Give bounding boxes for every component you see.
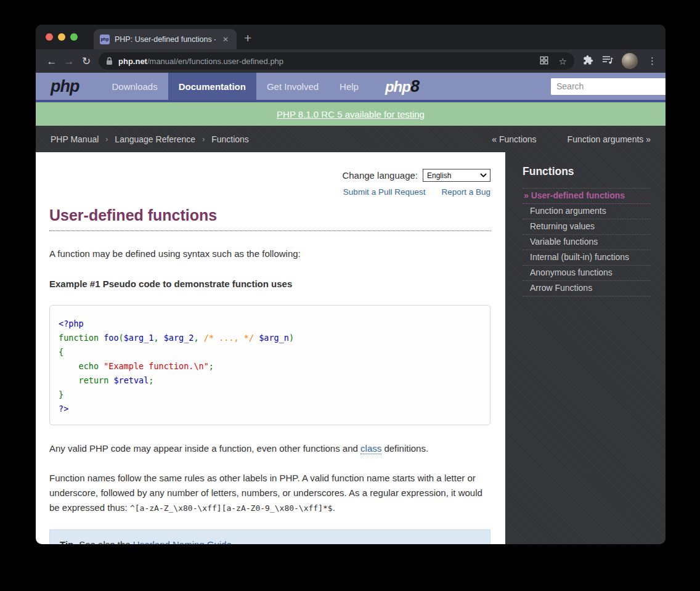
tab-close-icon[interactable]: ✕ bbox=[221, 34, 230, 45]
sidebar-link-variable-functions[interactable]: Variable functions bbox=[530, 237, 598, 247]
sidebar-link-function-arguments[interactable]: Function arguments bbox=[530, 206, 606, 216]
nav-item-help[interactable]: Help bbox=[329, 73, 369, 100]
language-select[interactable]: English bbox=[423, 169, 490, 182]
tip-text: See also the Userland Naming Guide. bbox=[79, 538, 234, 544]
extensions-puzzle-icon[interactable] bbox=[583, 55, 593, 68]
url-path: /manual/en/functions.user-defined.php bbox=[147, 57, 283, 66]
address-bar[interactable]: php.net/manual/en/functions.user-defined… bbox=[99, 52, 574, 70]
code-line: function foo($arg_1, $arg_2, /* ..., */ … bbox=[59, 331, 481, 345]
media-playlist-icon[interactable] bbox=[602, 55, 613, 67]
sidebar-item: » User-defined functions bbox=[523, 189, 651, 204]
site-header: php DownloadsDocumentationGet InvolvedHe… bbox=[36, 73, 665, 102]
profile-avatar[interactable] bbox=[622, 53, 638, 69]
section-sidebar: Functions » User-defined functionsFuncti… bbox=[505, 152, 665, 544]
lock-icon[interactable] bbox=[106, 57, 113, 65]
browser-toolbar: ← → ↻ php.net/manual/en/functions.user-d… bbox=[36, 49, 665, 73]
php8-logo[interactable]: php8 bbox=[385, 77, 419, 96]
code-line: echo "Example function.\n"; bbox=[59, 359, 481, 373]
inline-link[interactable]: Userland Naming Guide bbox=[133, 539, 232, 544]
sidebar-item: Variable functions bbox=[523, 235, 651, 250]
sidebar-link-user-defined-functions[interactable]: » User-defined functions bbox=[524, 190, 625, 200]
announcement-banner: PHP 8.1.0 RC 5 available for testing bbox=[36, 102, 665, 126]
browser-menu-icon[interactable]: ⋮ bbox=[646, 55, 657, 67]
browser-tab[interactable]: php PHP: User-defined functions - ✕ bbox=[94, 29, 237, 49]
code-line: } bbox=[59, 388, 481, 402]
intro-paragraph: A function may be defined using syntax s… bbox=[49, 247, 490, 260]
bookmark-star-icon[interactable]: ☆ bbox=[559, 57, 567, 66]
browser-window: php PHP: User-defined functions - ✕ + ← … bbox=[36, 25, 665, 544]
nav-item-documentation[interactable]: Documentation bbox=[168, 73, 256, 100]
sidebar-link-arrow-functions[interactable]: Arrow Functions bbox=[530, 283, 592, 293]
minimize-window-button[interactable] bbox=[58, 33, 65, 41]
reload-button[interactable]: ↻ bbox=[78, 56, 95, 67]
breadcrumb-item[interactable]: Language Reference bbox=[115, 134, 195, 144]
breadcrumb-separator: › bbox=[202, 135, 205, 144]
tab-title: PHP: User-defined functions - bbox=[115, 35, 216, 44]
sidebar-item: Function arguments bbox=[523, 204, 651, 219]
site-nav: DownloadsDocumentationGet InvolvedHelp bbox=[101, 73, 368, 100]
back-button[interactable]: ← bbox=[43, 56, 60, 67]
sidebar-link-returning-values[interactable]: Returning values bbox=[530, 221, 595, 231]
code-line: return $retval; bbox=[59, 373, 481, 388]
sidebar-link-internal-built-in-functions[interactable]: Internal (built-in) functions bbox=[530, 252, 629, 262]
sidebar-list: » User-defined functionsFunction argumen… bbox=[523, 188, 651, 296]
php-logo[interactable]: php bbox=[51, 77, 79, 96]
breadcrumb-separator: › bbox=[105, 135, 108, 144]
example-caption: Example #1 Pseudo code to demonstrate fu… bbox=[49, 279, 490, 289]
prev-page-link[interactable]: « Functions bbox=[492, 134, 536, 144]
breadcrumb: PHP Manual›Language Reference›Functions bbox=[51, 134, 249, 144]
chevron-down-icon bbox=[480, 173, 487, 177]
sidebar-link-anonymous-functions[interactable]: Anonymous functions bbox=[530, 267, 612, 277]
announcement-link[interactable]: PHP 8.1.0 RC 5 available for testing bbox=[277, 109, 425, 120]
next-page-link[interactable]: Function arguments » bbox=[568, 134, 651, 144]
inline-link[interactable]: class bbox=[360, 443, 381, 454]
submit-pull-request-link[interactable]: Submit a Pull Request bbox=[343, 187, 426, 197]
code-line: ?> bbox=[59, 402, 481, 416]
inline-code: ^[a-zA-Z_\x80-\xff][a-zA-Z0-9_\x80-\xff]… bbox=[130, 503, 333, 513]
new-tab-button[interactable]: + bbox=[244, 31, 251, 44]
code-line: { bbox=[59, 345, 481, 359]
php-favicon-icon: php bbox=[100, 35, 110, 44]
search-input[interactable] bbox=[551, 78, 665, 95]
page-background: PHP Manual›Language Reference›Functions … bbox=[36, 126, 665, 544]
traffic-lights bbox=[46, 33, 78, 41]
tip-label: Tip bbox=[60, 539, 73, 544]
change-language-label: Change language: bbox=[342, 170, 418, 181]
nav-item-get-involved[interactable]: Get Involved bbox=[256, 73, 329, 100]
code-example: <?phpfunction foo($arg_1, $arg_2, /* ...… bbox=[49, 305, 490, 425]
paragraph-function-names: Function names follow the same rules as … bbox=[49, 471, 490, 516]
maximize-window-button[interactable] bbox=[70, 33, 78, 41]
code-line: <?php bbox=[59, 317, 481, 331]
tip-box: Tip See also the Userland Naming Guide. bbox=[49, 529, 490, 544]
sidebar-item: Anonymous functions bbox=[523, 266, 651, 281]
tab-strip: php PHP: User-defined functions - ✕ + bbox=[36, 25, 665, 49]
breadcrumb-bar: PHP Manual›Language Reference›Functions … bbox=[36, 126, 665, 152]
url-domain: php.net bbox=[118, 57, 147, 66]
sidebar-item: Returning values bbox=[523, 219, 651, 235]
page-title: User-defined functions bbox=[49, 206, 490, 231]
sidebar-item: Arrow Functions bbox=[523, 281, 651, 296]
main-content: Change language: English Submit a Pull R… bbox=[36, 152, 505, 544]
breadcrumb-item[interactable]: Functions bbox=[211, 134, 249, 144]
breadcrumb-item[interactable]: PHP Manual bbox=[51, 134, 99, 144]
close-window-button[interactable] bbox=[46, 33, 53, 41]
sidebar-title: Functions bbox=[523, 165, 651, 178]
sidebar-item: Internal (built-in) functions bbox=[523, 250, 651, 266]
forward-button[interactable]: → bbox=[60, 56, 78, 67]
report-a-bug-link[interactable]: Report a Bug bbox=[441, 187, 490, 197]
paragraph-class: Any valid PHP code may appear inside a f… bbox=[49, 441, 490, 456]
tab-grid-icon[interactable] bbox=[539, 55, 549, 67]
nav-item-downloads[interactable]: Downloads bbox=[101, 73, 168, 100]
